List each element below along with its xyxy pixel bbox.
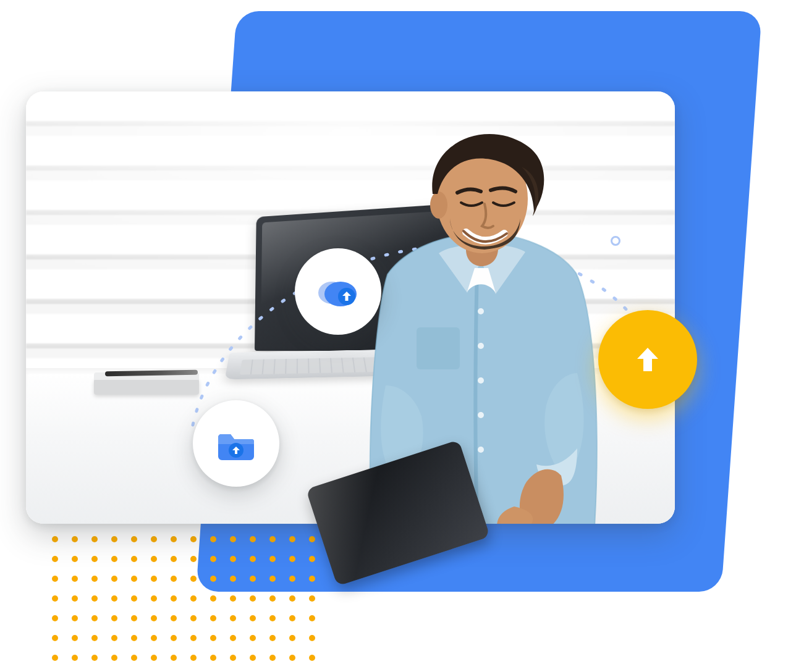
hero-illustration [0,0,796,672]
svg-point-6 [478,412,484,418]
notebook-prop [94,379,199,395]
arrow-up-icon [629,340,667,379]
svg-point-1 [430,191,447,219]
svg-point-7 [478,447,484,453]
cloud-upload-badge [295,248,381,335]
svg-rect-2 [417,327,460,369]
svg-point-3 [478,308,484,314]
cloud-upload-icon [316,274,360,309]
person-with-tablet [329,126,625,524]
yellow-dot-grid [52,536,315,661]
arc-end-dot [611,236,620,246]
svg-point-5 [478,377,484,384]
folder-upload-icon [217,426,255,461]
yellow-upload-button[interactable] [598,310,697,409]
folder-upload-badge [193,400,279,487]
photo-card [26,91,675,524]
svg-point-4 [478,343,484,349]
